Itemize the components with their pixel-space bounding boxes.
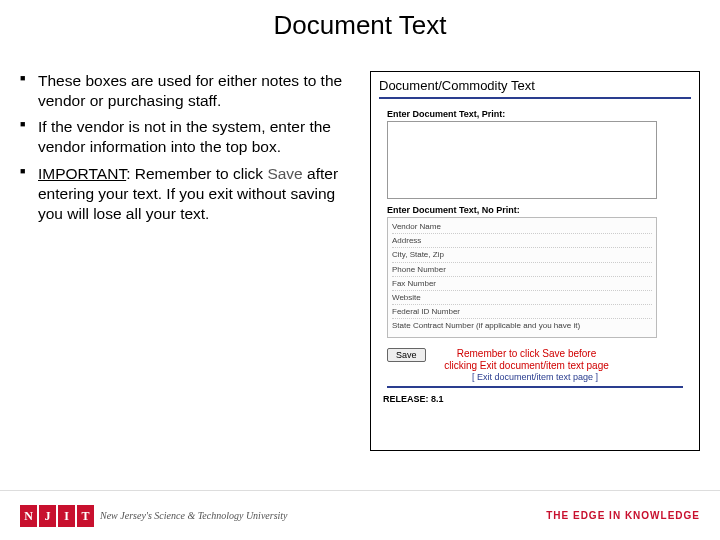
- field-row: Phone Number: [392, 263, 652, 277]
- logo-letter: I: [58, 505, 75, 527]
- save-row: Save Remember to click Save before click…: [387, 348, 691, 372]
- university-name: New Jersey's Science & Technology Univer…: [100, 510, 288, 521]
- panel-rule: [379, 97, 691, 99]
- bullet-list: These boxes are used for either notes to…: [20, 71, 360, 224]
- bullet-item: These boxes are used for either notes to…: [20, 71, 360, 111]
- field-row: Address: [392, 234, 652, 248]
- bullet-text: : Remember to click: [126, 165, 267, 182]
- field-row: State Contract Number (if applicable and…: [392, 319, 652, 332]
- callout-text: Remember to click Save before clicking E…: [442, 348, 612, 372]
- bullet-list-container: These boxes are used for either notes to…: [20, 71, 360, 451]
- logo-letter: J: [39, 505, 56, 527]
- bullet-item: If the vendor is not in the system, ente…: [20, 117, 360, 157]
- field-row: Website: [392, 291, 652, 305]
- panel-heading: Document/Commodity Text: [379, 78, 691, 93]
- content-row: These boxes are used for either notes to…: [0, 41, 720, 451]
- exit-link[interactable]: [ Exit document/item text page ]: [379, 372, 691, 382]
- field-row: Vendor Name: [392, 220, 652, 234]
- release-label: RELEASE: 8.1: [383, 394, 691, 404]
- important-label: IMPORTANT: [38, 165, 126, 182]
- tagline: THE EDGE IN KNOWLEDGE: [546, 510, 700, 521]
- logo-letter: T: [77, 505, 94, 527]
- noprint-textbox[interactable]: Vendor Name Address City, State, Zip Pho…: [387, 217, 657, 338]
- slide-footer: N J I T New Jersey's Science & Technolog…: [0, 490, 720, 540]
- slide-title: Document Text: [0, 0, 720, 41]
- njit-mark: N J I T: [20, 505, 94, 527]
- screenshot-panel: Document/Commodity Text Enter Document T…: [370, 71, 700, 451]
- noprint-label: Enter Document Text, No Print:: [387, 205, 691, 215]
- field-row: Federal ID Number: [392, 305, 652, 319]
- save-word: Save: [267, 165, 302, 182]
- save-button[interactable]: Save: [387, 348, 426, 362]
- bottom-rule: [387, 386, 683, 388]
- bullet-item: IMPORTANT: Remember to click Save after …: [20, 164, 360, 224]
- print-textbox[interactable]: [387, 121, 657, 199]
- njit-logo: N J I T New Jersey's Science & Technolog…: [20, 505, 288, 527]
- print-label: Enter Document Text, Print:: [387, 109, 691, 119]
- logo-letter: N: [20, 505, 37, 527]
- field-row: City, State, Zip: [392, 248, 652, 262]
- field-row: Fax Number: [392, 277, 652, 291]
